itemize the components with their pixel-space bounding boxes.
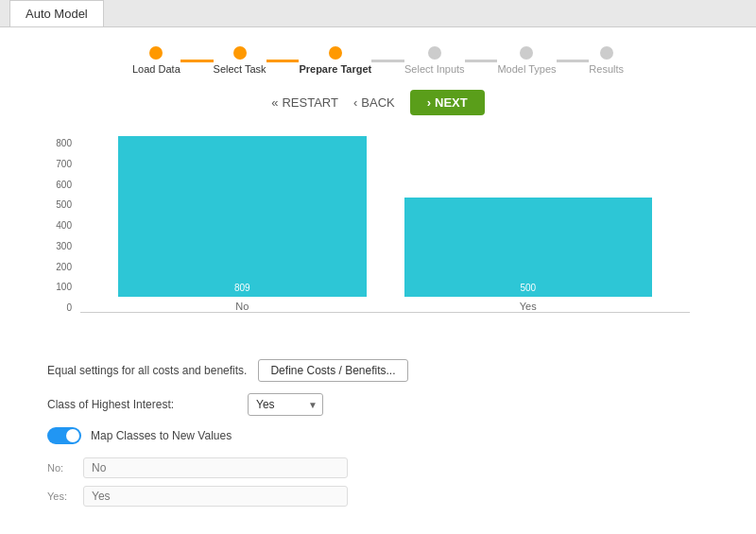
restart-button[interactable]: « RESTART (271, 95, 338, 110)
bar-no: 809 No (118, 131, 367, 312)
bar-no-value: 809 (234, 283, 250, 293)
chart-area: 800 700 600 500 400 300 200 100 0 809 No (47, 138, 690, 336)
equal-settings-label: Equal settings for all costs and benefit… (47, 364, 247, 377)
back-label: BACK (361, 95, 394, 110)
no-input-prefix: No: (47, 462, 76, 474)
yes-input-row: Yes: (47, 486, 709, 507)
bar-no-label: No (235, 301, 249, 312)
y-label-200: 200 (56, 262, 72, 272)
step-dot-select-task (233, 46, 247, 60)
yes-input-field[interactable] (83, 486, 348, 507)
step-model-types[interactable]: Model Types (497, 46, 556, 75)
class-select-wrapper: No Yes ▼ (248, 393, 323, 416)
toggle-knob (66, 429, 79, 442)
bar-no-wrapper: 809 (118, 131, 367, 297)
controls-area: Equal settings for all costs and benefit… (28, 359, 728, 507)
map-classes-toggle[interactable] (47, 427, 81, 444)
step-line-5 (557, 60, 590, 62)
y-label-500: 500 (56, 199, 72, 210)
y-label-600: 600 (56, 180, 72, 190)
step-line-1 (180, 60, 214, 62)
step-dot-model-types (520, 46, 533, 60)
step-results[interactable]: Results (589, 46, 624, 75)
no-input-field[interactable] (83, 457, 348, 478)
step-select-task[interactable]: Select Task (214, 46, 266, 75)
class-interest-label: Class of Highest Interest: (47, 398, 236, 411)
y-label-300: 300 (56, 241, 72, 251)
step-line-2 (266, 60, 300, 62)
step-label-select-inputs: Select Inputs (404, 63, 465, 75)
step-dot-select-inputs (428, 46, 441, 60)
no-input-row: No: (47, 457, 709, 478)
bar-yes-value: 500 (520, 283, 536, 293)
next-label: NEXT (435, 95, 468, 110)
y-label-400: 400 (56, 220, 72, 231)
main-content: Load Data Select Task Prepare Target Sel… (0, 27, 756, 534)
step-label-model-types: Model Types (497, 63, 556, 75)
step-label-load-data: Load Data (132, 63, 180, 75)
back-button[interactable]: ‹ BACK (353, 95, 395, 110)
tab-bar: Auto Model (0, 0, 756, 27)
y-label-700: 700 (56, 159, 72, 169)
y-label-100: 100 (56, 282, 72, 292)
map-classes-row: Map Classes to New Values (47, 427, 709, 444)
map-classes-label: Map Classes to New Values (91, 429, 232, 442)
step-dot-prepare-target (329, 46, 342, 60)
chart-canvas: 809 No 500 Yes (80, 138, 690, 313)
auto-model-tab[interactable]: Auto Model (9, 0, 104, 26)
define-costs-button[interactable]: Define Costs / Benefits... (258, 359, 407, 382)
chart-y-axis: 800 700 600 500 400 300 200 100 0 (47, 138, 76, 313)
step-load-data[interactable]: Load Data (132, 46, 180, 75)
class-interest-row: Class of Highest Interest: No Yes ▼ (47, 393, 709, 416)
step-label-select-task: Select Task (214, 63, 266, 75)
bar-yes-label: Yes (520, 301, 537, 312)
bar-yes: 500 Yes (404, 131, 653, 312)
wizard-track: Load Data Select Task Prepare Target Sel… (132, 46, 624, 75)
yes-input-prefix: Yes: (47, 491, 76, 502)
restart-label: RESTART (282, 95, 337, 110)
wizard-steps: Load Data Select Task Prepare Target Sel… (28, 46, 728, 75)
y-label-800: 800 (56, 138, 72, 148)
step-dot-results (600, 46, 613, 60)
step-prepare-target[interactable]: Prepare Target (299, 46, 371, 75)
nav-buttons: « RESTART ‹ BACK › NEXT (28, 90, 728, 115)
step-line-3 (371, 60, 404, 62)
restart-chevron-icon: « (271, 95, 278, 110)
step-dot-load-data (149, 46, 163, 60)
bar-yes-fill: 500 (404, 198, 653, 297)
step-line-4 (465, 60, 498, 62)
y-label-0: 0 (66, 302, 72, 313)
class-select[interactable]: No Yes (248, 393, 323, 416)
step-select-inputs[interactable]: Select Inputs (404, 46, 465, 75)
bar-no-fill: 809 (118, 136, 367, 297)
step-label-results: Results (589, 63, 624, 75)
back-chevron-icon: ‹ (353, 95, 357, 110)
step-label-prepare-target: Prepare Target (299, 63, 371, 75)
next-button[interactable]: › NEXT (410, 90, 485, 115)
bar-yes-wrapper: 500 (404, 131, 653, 297)
equal-settings-row: Equal settings for all costs and benefit… (47, 359, 709, 382)
next-chevron-icon: › (427, 95, 431, 110)
